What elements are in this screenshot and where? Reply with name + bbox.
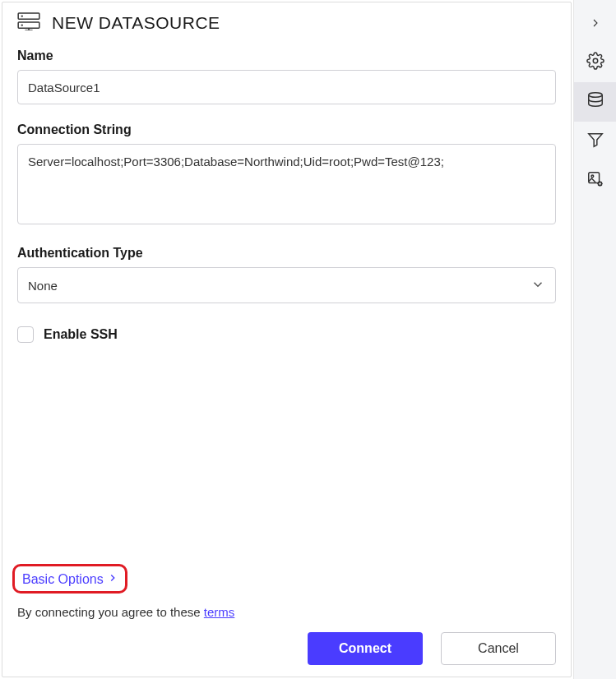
auth-type-value: None	[28, 279, 58, 293]
image-settings-icon	[586, 170, 604, 192]
chevron-down-icon	[530, 277, 545, 294]
basic-options-label: Basic Options	[22, 572, 104, 587]
svg-point-5	[21, 25, 22, 25]
collapse-panel-button[interactable]	[574, 3, 617, 43]
gear-icon	[586, 52, 604, 73]
panel-header: NEW DATASOURCE	[17, 12, 556, 34]
datasource-tab[interactable]	[574, 82, 617, 122]
name-label: Name	[17, 48, 556, 63]
terms-text: By connecting you agree to these terms	[17, 605, 556, 619]
auth-type-select[interactable]: None	[17, 267, 556, 303]
side-rail	[573, 0, 616, 679]
chevron-right-icon	[107, 572, 118, 587]
image-settings-tab[interactable]	[574, 161, 617, 201]
settings-tab[interactable]	[574, 43, 617, 82]
connect-button[interactable]: Connect	[308, 632, 423, 665]
svg-point-11	[598, 182, 601, 185]
connection-string-input[interactable]: Server=localhost;Port=3306;Database=Nort…	[17, 144, 556, 224]
svg-point-6	[593, 58, 598, 63]
name-input[interactable]	[17, 70, 556, 104]
connection-string-label: Connection String	[17, 122, 556, 137]
svg-point-7	[588, 93, 602, 98]
cancel-button[interactable]: Cancel	[441, 632, 556, 665]
panel-title: NEW DATASOURCE	[52, 13, 220, 33]
auth-type-label: Authentication Type	[17, 246, 556, 261]
svg-marker-8	[588, 134, 602, 147]
svg-point-10	[591, 175, 593, 178]
database-icon	[586, 91, 604, 113]
datasource-icon	[17, 12, 40, 34]
enable-ssh-checkbox[interactable]	[17, 326, 34, 343]
enable-ssh-label: Enable SSH	[44, 327, 118, 342]
filter-tab[interactable]	[574, 122, 617, 161]
basic-options-toggle[interactable]: Basic Options	[17, 570, 123, 589]
svg-point-4	[21, 16, 22, 16]
new-datasource-panel: NEW DATASOURCE Name Connection String Se…	[2, 2, 572, 677]
filter-icon	[586, 131, 604, 152]
terms-link[interactable]: terms	[204, 605, 235, 619]
